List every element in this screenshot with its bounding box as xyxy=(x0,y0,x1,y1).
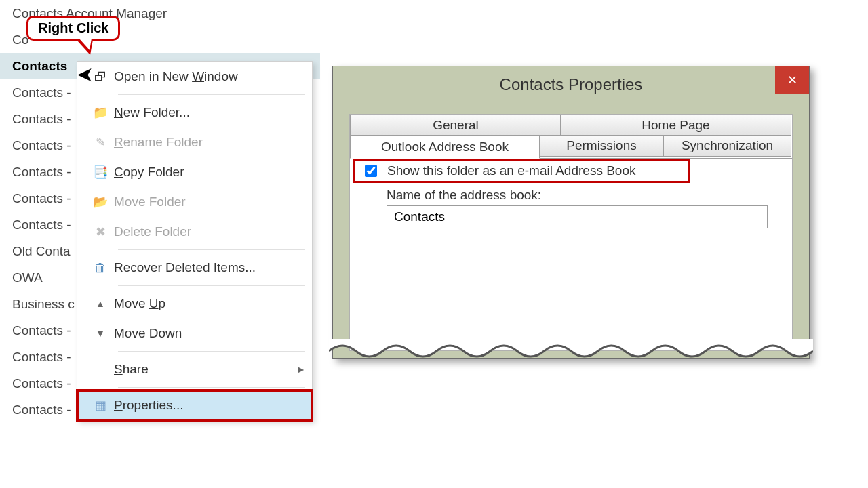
tab-general[interactable]: General xyxy=(350,115,561,136)
torn-edge xyxy=(329,339,813,366)
menu-label: Move Folder xyxy=(114,195,186,209)
address-book-name-input[interactable] xyxy=(387,205,768,228)
rename-icon: ✎ xyxy=(87,135,114,150)
menu-label: Copy Folder xyxy=(114,165,184,180)
address-book-name-label: Name of the address book: xyxy=(387,188,787,203)
menu-separator xyxy=(118,387,305,388)
menu-label: Rename Folder xyxy=(114,135,203,150)
tab-permissions[interactable]: Permissions xyxy=(538,135,665,157)
dialog-titlebar: Contacts Properties ✕ xyxy=(333,66,809,102)
menu-delete-folder: ✖ Delete Folder xyxy=(77,217,312,247)
tooltip-right-click: Right Click xyxy=(26,16,120,41)
dialog-title: Contacts Properties xyxy=(500,75,643,94)
folder-icon: 📁 xyxy=(87,105,114,120)
menu-copy-folder[interactable]: 📑 Copy Folder xyxy=(77,157,312,187)
menu-label: Recover Deleted Items... xyxy=(114,260,256,275)
show-as-ab-checkbox[interactable] xyxy=(365,165,377,177)
menu-separator xyxy=(118,285,305,286)
menu-open-in-new-window[interactable]: 🗗 Open in New Window xyxy=(77,62,312,92)
tooltip-text: Right Click xyxy=(26,16,120,41)
menu-move-down[interactable]: ▼ Move Down xyxy=(77,319,312,348)
context-menu: 🗗 Open in New Window 📁 New Folder... ✎ R… xyxy=(77,61,313,421)
menu-label: Properties... xyxy=(114,398,183,413)
copy-icon: 📑 xyxy=(87,165,114,180)
menu-label: Share xyxy=(114,362,149,377)
menu-new-folder[interactable]: 📁 New Folder... xyxy=(77,98,312,127)
properties-icon: ▦ xyxy=(87,398,114,413)
delete-icon: ✖ xyxy=(87,224,114,239)
menu-recover-deleted[interactable]: 🗑 Recover Deleted Items... xyxy=(77,253,312,283)
up-icon: ▲ xyxy=(87,298,114,309)
menu-label: New Folder... xyxy=(114,105,190,120)
tab-content: Show this folder as an e-mail Address Bo… xyxy=(350,158,792,350)
submenu-arrow-icon: ▶ xyxy=(298,365,304,374)
open-window-icon: 🗗 xyxy=(87,70,114,84)
recover-icon: 🗑 xyxy=(87,261,114,275)
menu-rename-folder: ✎ Rename Folder xyxy=(77,127,312,157)
tab-synchronization[interactable]: Synchronization xyxy=(663,135,791,157)
menu-properties[interactable]: ▦ Properties... xyxy=(77,390,312,420)
menu-move-folder: 📂 Move Folder xyxy=(77,187,312,217)
menu-label: Delete Folder xyxy=(114,224,191,239)
show-as-address-book-row: Show this folder as an e-mail Address Bo… xyxy=(355,161,688,181)
tab-outlook-address-book[interactable]: Outlook Address Book xyxy=(350,135,540,159)
properties-dialog: Contacts Properties ✕ General Home Page … xyxy=(332,66,810,359)
menu-share[interactable]: Share ▶ xyxy=(77,354,312,384)
menu-separator xyxy=(118,351,305,352)
close-button[interactable]: ✕ xyxy=(775,66,809,94)
menu-label: Move Down xyxy=(114,326,182,341)
menu-move-up[interactable]: ▲ Move Up xyxy=(77,289,312,319)
tab-strip: General Home Page Outlook Address Book P… xyxy=(350,115,792,157)
show-as-ab-label: Show this folder as an e-mail Address Bo… xyxy=(387,163,635,178)
menu-label: Open in New Window xyxy=(114,69,238,84)
move-folder-icon: 📂 xyxy=(87,195,114,209)
down-icon: ▼ xyxy=(87,328,114,339)
menu-label: Move Up xyxy=(114,296,165,311)
dialog-body: General Home Page Outlook Address Book P… xyxy=(349,114,793,351)
menu-separator xyxy=(118,94,305,95)
tab-home-page[interactable]: Home Page xyxy=(560,115,791,136)
menu-separator xyxy=(118,249,305,250)
